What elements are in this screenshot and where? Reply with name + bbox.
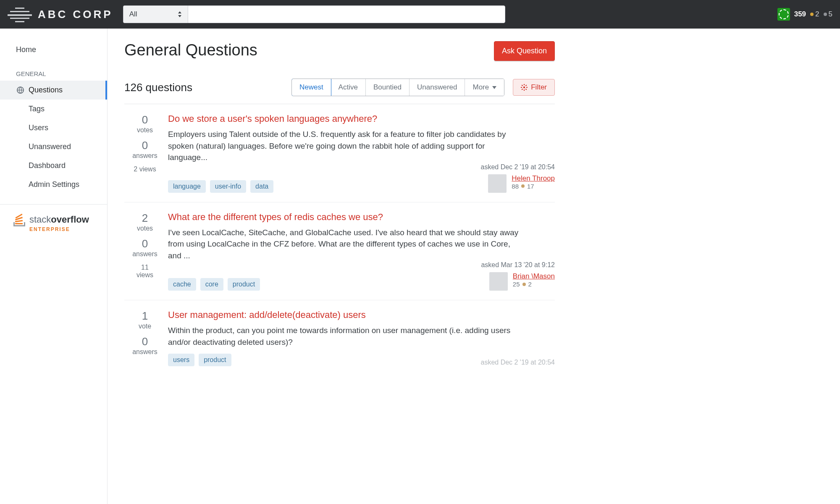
vote-count: 2 <box>124 212 165 225</box>
tab-more[interactable]: More <box>465 79 504 96</box>
question-title-link[interactable]: What are the different types of redis ca… <box>168 212 383 222</box>
asked-time: asked Dec 2 '19 at 20:54 <box>471 359 555 366</box>
gear-icon <box>521 84 528 91</box>
question-item: 0 votes 0 answers 2 views Do we store a … <box>124 104 555 202</box>
tag-row: language user-info data <box>168 180 273 193</box>
vote-count: 0 <box>124 113 165 126</box>
question-excerpt: I've seen LocalCache, SiteCache, and Glo… <box>168 227 521 262</box>
question-meta: asked Mar 13 '20 at 9:12 Brian \Mason 25… <box>471 261 555 291</box>
svg-line-6 <box>522 85 523 86</box>
bronze-dot-icon <box>521 184 525 188</box>
author-avatar[interactable] <box>488 174 507 193</box>
avatar[interactable] <box>777 8 790 21</box>
tab-active[interactable]: Active <box>331 79 366 96</box>
answer-count: 0 <box>124 237 165 250</box>
tag[interactable]: cache <box>168 278 196 291</box>
globe-icon <box>16 86 24 94</box>
brand[interactable]: ABC CORP <box>8 6 113 23</box>
sidebar-item-dashboard[interactable]: Dashboard <box>0 156 107 175</box>
question-stats: 0 votes 0 answers 2 views <box>124 113 165 193</box>
ask-question-button[interactable]: Ask Question <box>494 41 555 61</box>
reputation-score[interactable]: 359 <box>794 10 806 18</box>
question-title-link[interactable]: Do we store a user's spoken languages an… <box>168 113 377 124</box>
question-title-link[interactable]: User management: add/delete(deactivate) … <box>168 310 366 320</box>
page-title: General Questions <box>124 41 257 59</box>
chevron-down-icon <box>492 86 496 89</box>
sidebar-item-home[interactable]: Home <box>0 40 107 59</box>
search-scope-select[interactable]: All <box>123 5 188 23</box>
asked-time: asked Dec 2 '19 at 20:54 <box>471 163 555 171</box>
silver-badge-count: 5 <box>824 10 832 18</box>
svg-line-9 <box>522 89 523 90</box>
question-item: 2 votes 0 answers 11 views What are the … <box>124 202 555 301</box>
sidebar-item-label: Users <box>29 123 48 132</box>
sidebar: Home GENERAL Questions Tags Users Unansw… <box>0 29 108 504</box>
question-stats: 2 votes 0 answers 11 views <box>124 212 165 291</box>
user-area: 359 2 5 <box>777 8 832 21</box>
sidebar-item-label: Questions <box>29 86 63 94</box>
brand-mark-icon <box>8 6 32 23</box>
sidebar-item-users[interactable]: Users <box>0 118 107 137</box>
bronze-dot-icon <box>522 283 526 286</box>
author-rep: 25 <box>513 281 520 288</box>
so-subtitle: ENTERPRISE <box>29 226 94 232</box>
question-excerpt: Within the product, can you point me tow… <box>168 325 521 348</box>
author-rep: 88 <box>512 183 519 190</box>
svg-point-1 <box>523 87 525 88</box>
tag[interactable]: user-info <box>210 180 246 193</box>
tag[interactable]: data <box>250 180 273 193</box>
question-item: 1 vote 0 answers User management: add/de… <box>124 300 555 375</box>
tag[interactable]: core <box>200 278 223 291</box>
sidebar-item-label: Home <box>16 45 36 54</box>
sidebar-item-tags[interactable]: Tags <box>0 100 107 118</box>
vote-count: 1 <box>124 310 165 323</box>
brand-name: ABC CORP <box>38 8 113 21</box>
search-input[interactable] <box>188 5 505 23</box>
tab-bountied[interactable]: Bountied <box>366 79 410 96</box>
question-meta: asked Dec 2 '19 at 20:54 Helen Throop 88… <box>471 163 555 193</box>
sidebar-item-admin-settings[interactable]: Admin Settings <box>0 175 107 194</box>
topbar: ABC CORP All 359 2 5 <box>0 0 840 29</box>
author-bronze: 17 <box>527 183 534 190</box>
sidebar-item-label: Dashboard <box>29 161 66 170</box>
sidebar-item-label: Unanswered <box>29 142 71 151</box>
sidebar-item-unanswered[interactable]: Unanswered <box>0 137 107 156</box>
question-count: 126 questions <box>124 81 192 94</box>
tab-newest[interactable]: Newest <box>291 79 331 96</box>
author-bronze: 2 <box>528 281 532 288</box>
sidebar-item-label: Tags <box>29 105 45 113</box>
author-link[interactable]: Brian \Mason <box>513 272 555 280</box>
sidebar-item-label: Admin Settings <box>29 180 79 189</box>
gold-badge-count: 2 <box>810 10 819 18</box>
tab-unanswered[interactable]: Unanswered <box>410 79 465 96</box>
answer-count: 0 <box>124 139 165 152</box>
asked-time: asked Mar 13 '20 at 9:12 <box>471 261 555 269</box>
answer-count: 0 <box>124 335 165 348</box>
svg-line-8 <box>526 85 527 86</box>
tag[interactable]: language <box>168 180 206 193</box>
view-count: 2 views <box>124 165 165 173</box>
so-word2: overflow <box>51 214 89 225</box>
so-word1: stack <box>29 214 51 225</box>
tag-row: cache core product <box>168 278 260 291</box>
tag[interactable]: users <box>168 354 194 366</box>
search-scope-value: All <box>129 10 137 18</box>
question-stats: 1 vote 0 answers <box>124 310 165 366</box>
sidebar-section-label: GENERAL <box>0 67 107 81</box>
chevron-updown-icon <box>178 11 182 17</box>
view-count: 11 views <box>124 264 165 279</box>
question-meta: asked Dec 2 '19 at 20:54 <box>471 359 555 366</box>
tag[interactable]: product <box>228 278 260 291</box>
stackoverflow-brand: stackoverflow ENTERPRISE <box>0 204 107 241</box>
svg-line-7 <box>526 89 527 90</box>
tag[interactable]: product <box>199 354 231 366</box>
sort-tabs: Newest Active Bountied Unanswered More <box>291 79 504 96</box>
tag-row: users product <box>168 354 231 366</box>
question-excerpt: Employers using Talent outside of the U.… <box>168 129 521 163</box>
author-avatar[interactable] <box>489 272 508 291</box>
sidebar-item-questions[interactable]: Questions <box>0 81 107 100</box>
search-form: All <box>123 5 505 23</box>
stackoverflow-icon <box>13 213 25 226</box>
author-link[interactable]: Helen Throop <box>512 174 555 182</box>
filter-button[interactable]: Filter <box>513 79 555 96</box>
